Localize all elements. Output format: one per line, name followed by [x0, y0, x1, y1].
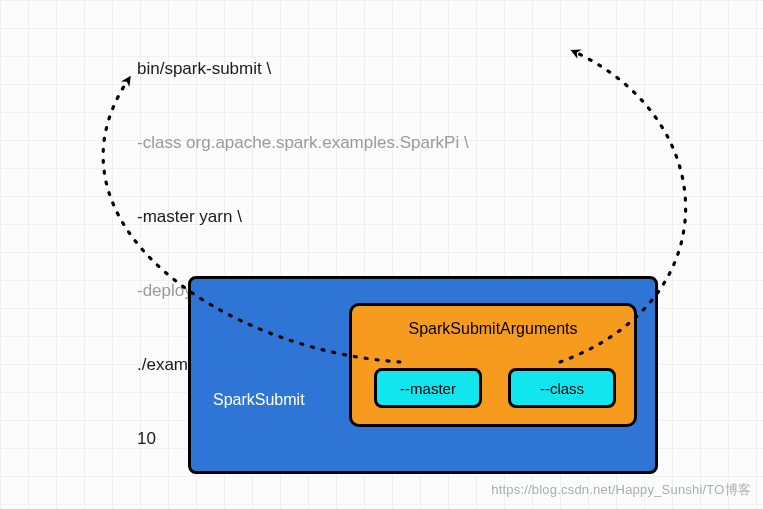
class-argument-pill: --class	[508, 368, 616, 408]
spark-submit-arguments-label: SparkSubmitArguments	[409, 320, 578, 338]
code-line-2-class-arg: -class org.apache.spark.examples.SparkPi…	[137, 131, 495, 156]
code-line-3-master-arg: -master yarn \	[137, 205, 495, 230]
code-line-1: bin/spark-submit \	[137, 57, 495, 82]
master-argument-pill: --master	[374, 368, 482, 408]
watermark-text: https://blog.csdn.net/Happy_Sunshi/TO博客	[491, 481, 751, 499]
spark-submit-label: SparkSubmit	[213, 391, 305, 409]
code-line-4-gray: -deploy	[137, 281, 193, 300]
diagram-canvas: bin/spark-submit \ -class org.apache.spa…	[0, 0, 763, 509]
spark-submit-arguments-box: SparkSubmitArguments --master --class	[349, 303, 637, 427]
spark-submit-box: SparkSubmit SparkSubmitArguments --maste…	[188, 276, 658, 474]
